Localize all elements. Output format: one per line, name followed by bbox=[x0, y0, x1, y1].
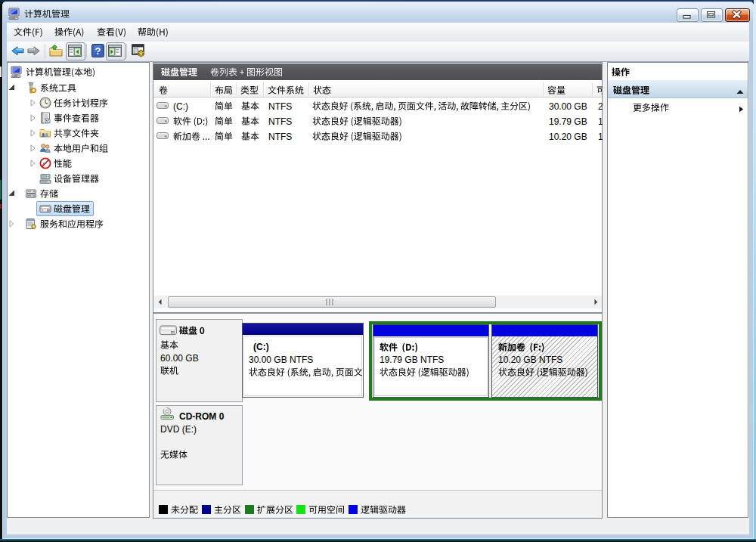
svg-text:NTFS: NTFS bbox=[268, 116, 292, 127]
svg-text:10.20 GB NTFS: 10.20 GB NTFS bbox=[498, 355, 562, 365]
svg-text:CD-ROM 0: CD-ROM 0 bbox=[179, 411, 225, 422]
svg-text:30.00 GB: 30.00 GB bbox=[549, 101, 587, 112]
svg-text:10.20 GB: 10.20 GB bbox=[549, 132, 587, 142]
svg-text:NTFS: NTFS bbox=[268, 132, 292, 142]
svg-text:19.79 GB: 19.79 GB bbox=[549, 116, 587, 127]
svg-text:(C:): (C:) bbox=[173, 101, 188, 112]
svg-text:(C:): (C:) bbox=[253, 342, 269, 352]
svg-text:DVD (E:): DVD (E:) bbox=[160, 424, 197, 435]
svg-text:30.00 GB NTFS: 30.00 GB NTFS bbox=[249, 355, 313, 365]
svg-text:NTFS: NTFS bbox=[268, 101, 292, 112]
svg-text:?: ? bbox=[95, 45, 101, 57]
svg-text:60.00 GB: 60.00 GB bbox=[160, 353, 199, 364]
svg-text:19.79 GB NTFS: 19.79 GB NTFS bbox=[380, 355, 444, 365]
